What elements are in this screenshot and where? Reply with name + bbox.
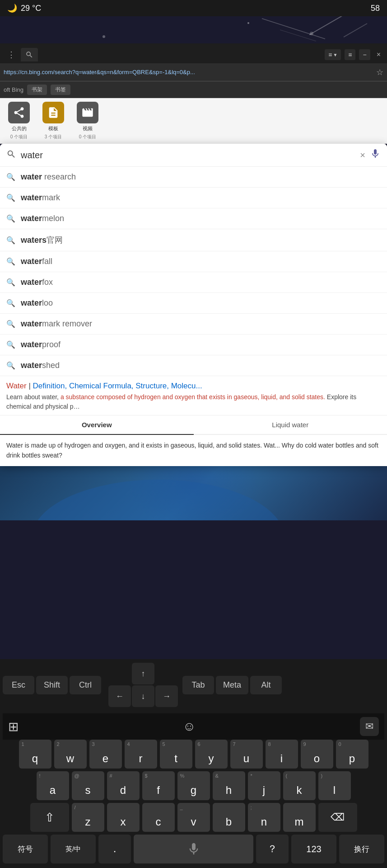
key-arrow-right[interactable]: → xyxy=(155,685,178,707)
tab-list-button[interactable]: ≡ ▼ xyxy=(325,49,341,60)
search-clear-button[interactable]: × xyxy=(360,150,365,160)
key-t[interactable]: 5t xyxy=(160,740,192,769)
key-d[interactable]: #d xyxy=(107,771,140,800)
kbd-special-left: Esc Shift Ctrl xyxy=(3,676,101,694)
key-shift-left[interactable]: ⇧ xyxy=(30,803,69,832)
suggestion-list: 🔍 water research 🔍 watermark 🔍 watermelo… xyxy=(0,167,387,376)
suggestion-item-4[interactable]: 🔍 waterfall xyxy=(0,251,387,272)
key-m[interactable]: m xyxy=(283,803,316,832)
key-w[interactable]: 2w xyxy=(54,740,87,769)
url-bar[interactable]: https://cn.bing.com/search?q=water&qs=n&… xyxy=(0,63,387,81)
suggestion-item-3[interactable]: 🔍 waters官网 xyxy=(0,229,387,251)
kbd-clipboard-icon[interactable]: ✉ xyxy=(360,717,379,736)
keyboard-special-row: Esc Shift Ctrl ↑ ← ↓ → Tab Meta Alt xyxy=(0,659,387,711)
suggestion-text-1: watermark xyxy=(21,193,60,203)
suggestion-item-0[interactable]: 🔍 water research xyxy=(0,167,387,188)
key-z[interactable]: /z xyxy=(72,803,104,832)
key-c[interactable]: c xyxy=(142,803,175,832)
key-h[interactable]: &h xyxy=(213,771,245,800)
search-tab[interactable] xyxy=(21,48,38,61)
temperature: 29 °C xyxy=(21,4,41,13)
key-o[interactable]: 9o xyxy=(301,740,333,769)
key-ctrl[interactable]: Ctrl xyxy=(70,676,101,694)
keyboard-main: ⊞ ☺ ✉ 1q 2w 3e 4r 5t 6y 7u 8i 9o 0p !a @… xyxy=(0,711,387,868)
tab-controls: ≡ ▼ ≡ − × xyxy=(325,49,383,61)
svg-point-4 xyxy=(310,32,313,35)
key-a[interactable]: !a xyxy=(37,771,69,800)
shelf-button[interactable]: 书架 xyxy=(27,85,47,95)
bookmark-button[interactable]: 书签 xyxy=(51,85,70,95)
key-p[interactable]: 0p xyxy=(336,740,368,769)
suggestion-item-5[interactable]: 🔍 waterfox xyxy=(0,272,387,293)
key-x[interactable]: x xyxy=(107,803,140,832)
bookmark-star-icon[interactable]: ☆ xyxy=(376,67,383,77)
tab-overview[interactable]: Overview xyxy=(0,415,194,435)
search-input[interactable] xyxy=(21,150,355,160)
key-j[interactable]: *j xyxy=(248,771,280,800)
key-alt[interactable]: Alt xyxy=(250,676,282,694)
suggestion-search-icon-2: 🔍 xyxy=(6,214,15,223)
key-i[interactable]: 8i xyxy=(266,740,298,769)
fav-label-share: 公共的 xyxy=(12,125,27,132)
key-shift[interactable]: Shift xyxy=(36,676,68,694)
key-123[interactable]: 123 xyxy=(291,835,336,863)
suggestion-search-icon-0: 🔍 xyxy=(6,173,15,181)
search-mic-button[interactable] xyxy=(370,148,381,162)
key-e[interactable]: 3e xyxy=(89,740,122,769)
key-space[interactable] xyxy=(134,835,253,863)
suggestion-text-3: waters官网 xyxy=(21,235,63,245)
summary-text: Water is made up of hydrogen and oxygen,… xyxy=(0,435,387,466)
key-question[interactable]: ？ xyxy=(256,835,289,863)
tab-menu-button[interactable]: ⋮ xyxy=(4,48,19,61)
key-u[interactable]: 7u xyxy=(230,740,263,769)
minimize-button[interactable]: − xyxy=(359,49,370,60)
key-esc[interactable]: Esc xyxy=(3,676,34,694)
key-k[interactable]: (k xyxy=(283,771,316,800)
key-enter[interactable]: 换行 xyxy=(339,835,384,863)
key-arrow-up[interactable]: ↑ xyxy=(132,663,154,684)
svg-point-2 xyxy=(103,35,105,38)
key-period[interactable]: ． xyxy=(98,835,131,863)
suggestion-item-9[interactable]: 🔍 watershed xyxy=(0,355,387,376)
battery: 58 xyxy=(371,4,380,13)
suggestion-search-icon-3: 🔍 xyxy=(6,236,15,245)
key-lang[interactable]: 英/中 xyxy=(51,835,96,863)
suggestion-item-7[interactable]: 🔍 watermark remover xyxy=(0,314,387,335)
fav-item-video[interactable]: 视频 0 个项目 xyxy=(74,102,101,140)
suggestion-search-icon-9: 🔍 xyxy=(6,361,15,370)
key-symbol[interactable]: 符号 xyxy=(3,835,48,863)
key-s[interactable]: @s xyxy=(72,771,104,800)
kbd-grid-icon[interactable]: ⊞ xyxy=(8,719,19,734)
key-l[interactable]: )l xyxy=(318,771,351,800)
fav-item-template[interactable]: 模板 3 个项目 xyxy=(40,102,67,140)
key-g[interactable]: %g xyxy=(177,771,210,800)
key-arrow-left[interactable]: ← xyxy=(108,685,131,707)
key-r[interactable]: 4r xyxy=(125,740,157,769)
svg-point-3 xyxy=(247,22,249,24)
tab-liquid-water[interactable]: Liquid water xyxy=(194,415,387,434)
key-f[interactable]: $f xyxy=(142,771,175,800)
key-b[interactable]: b xyxy=(213,803,245,832)
key-arrow-down[interactable]: ↓ xyxy=(132,685,154,707)
fav-label-video: 视频 xyxy=(83,125,93,132)
key-n[interactable]: ;n xyxy=(248,803,280,832)
hamburger-button[interactable]: ≡ xyxy=(345,49,355,60)
deco-svg xyxy=(0,16,387,43)
key-backspace[interactable]: ⌫ xyxy=(318,803,357,832)
key-q[interactable]: 1q xyxy=(19,740,51,769)
suggestion-item-1[interactable]: 🔍 watermark xyxy=(0,188,387,208)
key-tab[interactable]: Tab xyxy=(182,676,214,694)
suggestion-text-2: watermelon xyxy=(21,214,64,223)
moon-icon: 🌙 xyxy=(7,3,17,13)
fav-item-share[interactable]: 公共的 0 个项目 xyxy=(5,102,33,140)
key-y[interactable]: 6y xyxy=(195,740,228,769)
result-tabs: Overview Liquid water xyxy=(0,415,387,435)
browser-tabs-row: ⋮ ≡ ▼ ≡ − × xyxy=(0,43,387,63)
suggestion-item-6[interactable]: 🔍 waterloo xyxy=(0,293,387,314)
key-meta[interactable]: Meta xyxy=(216,676,248,694)
suggestion-item-8[interactable]: 🔍 waterproof xyxy=(0,335,387,355)
suggestion-item-2[interactable]: 🔍 watermelon xyxy=(0,208,387,229)
kbd-emoji-icon[interactable]: ☺ xyxy=(183,719,196,734)
close-button[interactable]: × xyxy=(374,49,383,61)
key-v[interactable]: _v xyxy=(177,803,210,832)
